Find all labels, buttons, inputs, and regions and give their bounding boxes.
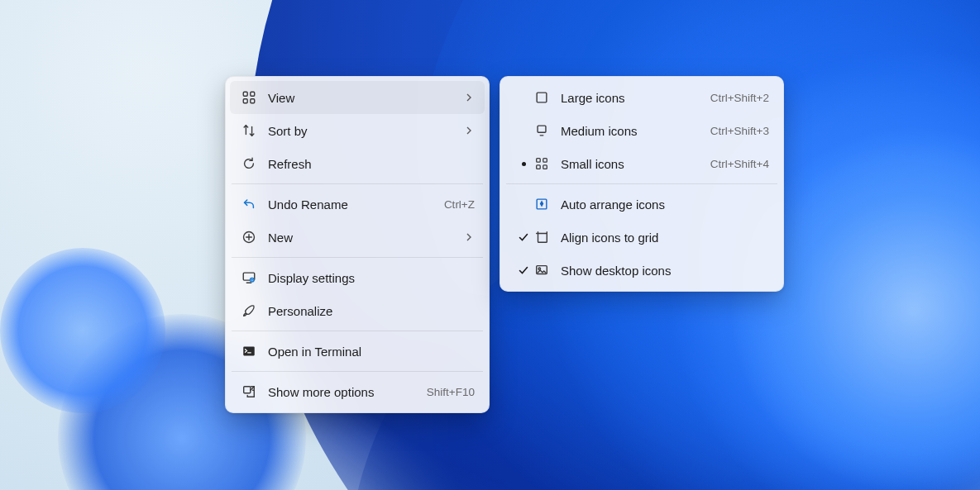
desktop-wallpaper	[0, 0, 980, 490]
menu-item-open-in-terminal[interactable]: Open in Terminal	[230, 335, 485, 368]
plus-circle-icon	[240, 230, 258, 245]
menu-item-shortcut: Ctrl+Shift+2	[710, 92, 769, 104]
menu-item-personalize[interactable]: Personalize	[230, 294, 485, 327]
svg-rect-9	[537, 93, 547, 102]
auto-arrange-icon	[533, 197, 551, 212]
menu-separator	[232, 257, 483, 258]
chevron-right-icon	[463, 126, 475, 135]
small-icons-icon	[533, 156, 551, 171]
sort-icon	[240, 123, 258, 138]
chevron-right-icon	[463, 233, 475, 241]
menu-item-label: View	[268, 91, 457, 105]
menu-item-label: Refresh	[268, 157, 475, 171]
menu-item-undo-rename[interactable]: Undo Rename Ctrl+Z	[230, 188, 485, 221]
radio-indicator	[514, 162, 533, 166]
large-icons-icon	[533, 90, 551, 105]
menu-item-new[interactable]: New	[230, 221, 485, 254]
check-indicator	[514, 231, 533, 243]
svg-rect-12	[543, 159, 547, 163]
menu-item-label: Show desktop icons	[561, 264, 769, 278]
menu-item-shortcut: Ctrl+Z	[444, 198, 475, 211]
display-settings-icon	[240, 270, 258, 285]
menu-item-refresh[interactable]: Refresh	[230, 147, 485, 180]
menu-item-label: Sort by	[268, 124, 457, 138]
refresh-icon	[240, 156, 258, 171]
svg-rect-14	[543, 165, 547, 169]
svg-rect-11	[537, 159, 541, 163]
svg-rect-7	[243, 347, 255, 356]
svg-rect-0	[243, 92, 247, 96]
menu-item-display-settings[interactable]: Display settings	[230, 261, 485, 294]
menu-item-view[interactable]: View	[230, 81, 485, 114]
menu-separator	[506, 183, 777, 184]
show-desktop-icons-icon	[533, 263, 551, 278]
menu-item-label: Personalize	[268, 304, 475, 318]
menu-separator	[232, 371, 483, 372]
menu-item-label: Undo Rename	[268, 197, 434, 212]
svg-rect-8	[244, 387, 251, 393]
undo-icon	[240, 197, 258, 212]
submenu-item-small-icons[interactable]: Small icons Ctrl+Shift+4	[504, 147, 779, 180]
align-to-grid-icon	[533, 230, 551, 245]
menu-item-label: Large icons	[561, 91, 700, 105]
submenu-item-large-icons[interactable]: Large icons Ctrl+Shift+2	[504, 81, 779, 114]
submenu-item-medium-icons[interactable]: Medium icons Ctrl+Shift+3	[504, 114, 779, 147]
svg-rect-13	[537, 165, 541, 169]
submenu-item-show-desktop-icons[interactable]: Show desktop icons	[504, 254, 779, 287]
menu-item-label: Display settings	[268, 271, 475, 285]
svg-rect-2	[243, 99, 247, 103]
menu-item-label: Open in Terminal	[268, 345, 475, 359]
menu-item-label: Medium icons	[561, 124, 700, 138]
chevron-right-icon	[463, 93, 475, 102]
menu-item-show-more-options[interactable]: Show more options Shift+F10	[230, 375, 485, 408]
menu-separator	[232, 183, 483, 184]
svg-rect-3	[251, 99, 255, 103]
medium-icons-icon	[533, 123, 551, 138]
menu-item-label: Align icons to grid	[561, 231, 769, 245]
show-more-icon	[240, 384, 258, 399]
view-submenu: Large icons Ctrl+Shift+2 Medium icons Ct…	[500, 76, 784, 292]
menu-item-shortcut: Ctrl+Shift+3	[710, 125, 769, 137]
submenu-item-align-to-grid[interactable]: Align icons to grid	[504, 221, 779, 254]
menu-item-label: Auto arrange icons	[561, 197, 769, 212]
desktop-context-menu: View Sort by Refresh	[225, 76, 490, 413]
menu-item-label: Small icons	[561, 157, 700, 171]
menu-item-label: New	[268, 231, 457, 245]
svg-rect-10	[538, 126, 546, 132]
menu-item-shortcut: Ctrl+Shift+4	[710, 158, 769, 170]
menu-item-label: Show more options	[268, 385, 417, 399]
check-indicator	[514, 264, 533, 276]
submenu-item-auto-arrange[interactable]: Auto arrange icons	[504, 188, 779, 221]
personalize-icon	[240, 303, 258, 318]
menu-item-shortcut: Shift+F10	[427, 386, 475, 398]
svg-rect-1	[251, 92, 255, 96]
menu-item-sort-by[interactable]: Sort by	[230, 114, 485, 147]
svg-rect-16	[538, 234, 547, 243]
grid-icon	[240, 90, 258, 105]
terminal-icon	[240, 344, 258, 359]
menu-separator	[232, 331, 483, 331]
